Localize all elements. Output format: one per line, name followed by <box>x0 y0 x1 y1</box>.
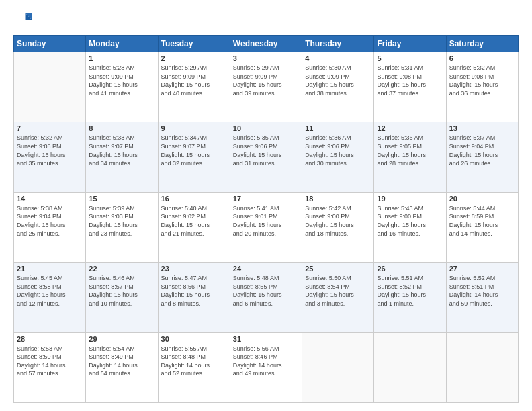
calendar-cell: 13Sunrise: 5:37 AM Sunset: 9:04 PM Dayli… <box>446 122 518 192</box>
cell-info: Sunrise: 5:42 AM Sunset: 9:00 PM Dayligh… <box>305 204 371 238</box>
cell-info: Sunrise: 5:41 AM Sunset: 9:01 PM Dayligh… <box>233 204 299 238</box>
cell-info: Sunrise: 5:33 AM Sunset: 9:07 PM Dayligh… <box>89 134 154 167</box>
calendar-cell: 10Sunrise: 5:35 AM Sunset: 9:06 PM Dayli… <box>230 122 302 192</box>
cell-info: Sunrise: 5:45 AM Sunset: 8:58 PM Dayligh… <box>17 274 83 308</box>
day-number: 9 <box>161 124 227 132</box>
day-number: 14 <box>17 195 83 203</box>
cell-info: Sunrise: 5:36 AM Sunset: 9:05 PM Dayligh… <box>377 134 443 167</box>
day-number: 5 <box>377 54 443 62</box>
cell-info: Sunrise: 5:31 AM Sunset: 9:08 PM Dayligh… <box>377 64 443 97</box>
day-number: 23 <box>161 265 227 273</box>
day-number: 22 <box>89 265 154 273</box>
weekday-header: Sunday <box>14 36 86 52</box>
day-number: 8 <box>89 124 154 132</box>
weekday-header: Monday <box>86 36 158 52</box>
calendar-cell: 12Sunrise: 5:36 AM Sunset: 9:05 PM Dayli… <box>374 122 446 192</box>
cell-info: Sunrise: 5:34 AM Sunset: 9:07 PM Dayligh… <box>161 134 227 167</box>
cell-info: Sunrise: 5:38 AM Sunset: 9:04 PM Dayligh… <box>17 204 83 238</box>
day-number: 11 <box>305 124 371 132</box>
day-number: 27 <box>449 265 515 273</box>
day-number: 28 <box>17 335 83 343</box>
day-number: 3 <box>233 54 299 62</box>
calendar-cell: 8Sunrise: 5:33 AM Sunset: 9:07 PM Daylig… <box>86 122 158 192</box>
calendar-cell: 20Sunrise: 5:44 AM Sunset: 8:59 PM Dayli… <box>446 192 518 262</box>
day-number: 2 <box>161 54 227 62</box>
cell-info: Sunrise: 5:30 AM Sunset: 9:09 PM Dayligh… <box>305 64 371 97</box>
calendar-cell: 7Sunrise: 5:32 AM Sunset: 9:08 PM Daylig… <box>14 122 86 192</box>
weekday-header: Saturday <box>446 36 518 52</box>
calendar-cell <box>302 332 374 402</box>
calendar-cell: 22Sunrise: 5:46 AM Sunset: 8:57 PM Dayli… <box>86 263 158 332</box>
cell-info: Sunrise: 5:54 AM Sunset: 8:49 PM Dayligh… <box>89 345 154 378</box>
calendar-cell: 2Sunrise: 5:29 AM Sunset: 9:09 PM Daylig… <box>158 52 230 122</box>
weekday-header: Tuesday <box>158 36 230 52</box>
calendar-cell: 1Sunrise: 5:28 AM Sunset: 9:09 PM Daylig… <box>86 52 158 122</box>
calendar-cell: 3Sunrise: 5:29 AM Sunset: 9:09 PM Daylig… <box>230 52 302 122</box>
day-number: 19 <box>377 195 443 203</box>
calendar-week-row: 14Sunrise: 5:38 AM Sunset: 9:04 PM Dayli… <box>14 192 519 262</box>
weekday-header: Friday <box>374 36 446 52</box>
cell-info: Sunrise: 5:35 AM Sunset: 9:06 PM Dayligh… <box>233 134 299 167</box>
calendar-header-row: SundayMondayTuesdayWednesdayThursdayFrid… <box>14 36 519 52</box>
cell-info: Sunrise: 5:53 AM Sunset: 8:50 PM Dayligh… <box>17 345 83 378</box>
calendar-cell: 18Sunrise: 5:42 AM Sunset: 9:00 PM Dayli… <box>302 192 374 262</box>
calendar-week-row: 28Sunrise: 5:53 AM Sunset: 8:50 PM Dayli… <box>14 332 519 402</box>
cell-info: Sunrise: 5:29 AM Sunset: 9:09 PM Dayligh… <box>233 64 299 97</box>
calendar-cell: 30Sunrise: 5:55 AM Sunset: 8:48 PM Dayli… <box>158 332 230 402</box>
cell-info: Sunrise: 5:36 AM Sunset: 9:06 PM Dayligh… <box>305 134 371 167</box>
cell-info: Sunrise: 5:44 AM Sunset: 8:59 PM Dayligh… <box>449 204 515 238</box>
day-number: 16 <box>161 195 227 203</box>
page: SundayMondayTuesdayWednesdayThursdayFrid… <box>0 0 532 411</box>
day-number: 7 <box>17 124 83 132</box>
day-number: 21 <box>17 265 83 273</box>
calendar-table: SundayMondayTuesdayWednesdayThursdayFrid… <box>13 35 519 403</box>
cell-info: Sunrise: 5:47 AM Sunset: 8:56 PM Dayligh… <box>161 274 227 308</box>
cell-info: Sunrise: 5:32 AM Sunset: 9:08 PM Dayligh… <box>17 134 83 167</box>
calendar-cell: 15Sunrise: 5:39 AM Sunset: 9:03 PM Dayli… <box>86 192 158 262</box>
calendar-cell: 23Sunrise: 5:47 AM Sunset: 8:56 PM Dayli… <box>158 263 230 332</box>
cell-info: Sunrise: 5:39 AM Sunset: 9:03 PM Dayligh… <box>89 204 154 238</box>
cell-info: Sunrise: 5:56 AM Sunset: 8:46 PM Dayligh… <box>233 345 299 378</box>
calendar-cell: 24Sunrise: 5:48 AM Sunset: 8:55 PM Dayli… <box>230 263 302 332</box>
weekday-header: Thursday <box>302 36 374 52</box>
day-number: 18 <box>305 195 371 203</box>
calendar-cell: 9Sunrise: 5:34 AM Sunset: 9:07 PM Daylig… <box>158 122 230 192</box>
cell-info: Sunrise: 5:29 AM Sunset: 9:09 PM Dayligh… <box>161 64 227 97</box>
cell-info: Sunrise: 5:46 AM Sunset: 8:57 PM Dayligh… <box>89 274 154 308</box>
day-number: 17 <box>233 195 299 203</box>
calendar-cell: 27Sunrise: 5:52 AM Sunset: 8:51 PM Dayli… <box>446 263 518 332</box>
calendar-cell: 31Sunrise: 5:56 AM Sunset: 8:46 PM Dayli… <box>230 332 302 402</box>
logo <box>13 11 35 30</box>
calendar-cell: 16Sunrise: 5:40 AM Sunset: 9:02 PM Dayli… <box>158 192 230 262</box>
cell-info: Sunrise: 5:28 AM Sunset: 9:09 PM Dayligh… <box>89 64 154 97</box>
cell-info: Sunrise: 5:50 AM Sunset: 8:54 PM Dayligh… <box>305 274 371 308</box>
day-number: 24 <box>233 265 299 273</box>
calendar-cell: 28Sunrise: 5:53 AM Sunset: 8:50 PM Dayli… <box>14 332 86 402</box>
cell-info: Sunrise: 5:52 AM Sunset: 8:51 PM Dayligh… <box>449 274 515 308</box>
weekday-header: Wednesday <box>230 36 302 52</box>
calendar-cell <box>14 52 86 122</box>
day-number: 6 <box>449 54 515 62</box>
cell-info: Sunrise: 5:37 AM Sunset: 9:04 PM Dayligh… <box>449 134 515 167</box>
calendar-cell: 14Sunrise: 5:38 AM Sunset: 9:04 PM Dayli… <box>14 192 86 262</box>
calendar-week-row: 21Sunrise: 5:45 AM Sunset: 8:58 PM Dayli… <box>14 263 519 332</box>
day-number: 12 <box>377 124 443 132</box>
calendar-cell: 29Sunrise: 5:54 AM Sunset: 8:49 PM Dayli… <box>86 332 158 402</box>
cell-info: Sunrise: 5:43 AM Sunset: 9:00 PM Dayligh… <box>377 204 443 238</box>
cell-info: Sunrise: 5:51 AM Sunset: 8:52 PM Dayligh… <box>377 274 443 308</box>
calendar-cell <box>446 332 518 402</box>
day-number: 29 <box>89 335 154 343</box>
day-number: 31 <box>233 335 299 343</box>
header <box>13 11 519 30</box>
cell-info: Sunrise: 5:32 AM Sunset: 9:08 PM Dayligh… <box>449 64 515 97</box>
calendar-cell: 25Sunrise: 5:50 AM Sunset: 8:54 PM Dayli… <box>302 263 374 332</box>
calendar-cell: 11Sunrise: 5:36 AM Sunset: 9:06 PM Dayli… <box>302 122 374 192</box>
calendar-week-row: 1Sunrise: 5:28 AM Sunset: 9:09 PM Daylig… <box>14 52 519 122</box>
calendar-cell: 26Sunrise: 5:51 AM Sunset: 8:52 PM Dayli… <box>374 263 446 332</box>
day-number: 20 <box>449 195 515 203</box>
calendar-cell <box>374 332 446 402</box>
day-number: 1 <box>89 54 154 62</box>
calendar-cell: 4Sunrise: 5:30 AM Sunset: 9:09 PM Daylig… <box>302 52 374 122</box>
day-number: 13 <box>449 124 515 132</box>
day-number: 10 <box>233 124 299 132</box>
